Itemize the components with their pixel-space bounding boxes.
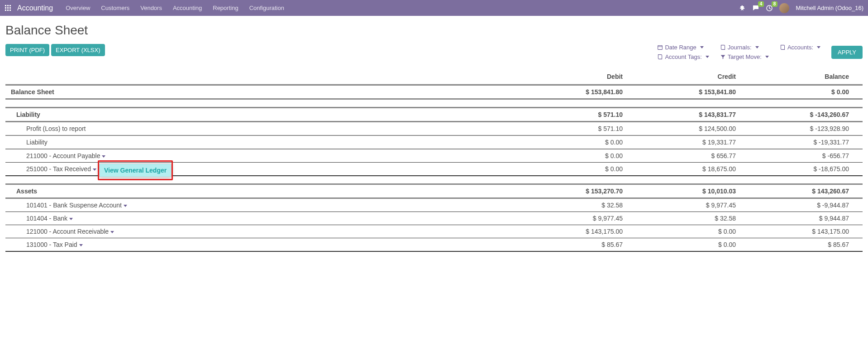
cell-debit: $ 571.10	[555, 108, 636, 121]
svg-rect-8	[10, 10, 11, 11]
filter-target-move[interactable]: Target Move:	[720, 53, 769, 60]
svg-rect-10	[658, 45, 663, 49]
row-label: 211000 - Account Payable	[26, 152, 100, 159]
cell-credit: $ 10,010.03	[636, 185, 749, 197]
apps-icon[interactable]	[5, 5, 12, 12]
chevron-down-icon	[706, 56, 709, 58]
apply-button[interactable]: APPLY	[831, 46, 863, 59]
filter-accounts-label: Accounts:	[787, 44, 813, 51]
cell-balance: $ 9,944.87	[749, 212, 863, 225]
row-dropdown-menu: View General Ledger	[99, 164, 172, 177]
nav-link-configuration[interactable]: Configuration	[245, 2, 289, 14]
chevron-down-icon[interactable]	[69, 218, 73, 220]
activity-icon[interactable]: 8	[766, 5, 773, 12]
report-row[interactable]: 211000 - Account Payable$ 0.00$ 656.77$ …	[5, 149, 863, 163]
row-label: Liability	[16, 111, 40, 118]
svg-rect-5	[10, 7, 11, 9]
controls-left: PRINT (PDF) EXPORT (XLSX)	[5, 44, 105, 56]
avatar[interactable]	[779, 3, 789, 13]
content-area: Balance Sheet PRINT (PDF) EXPORT (XLSX) …	[0, 16, 868, 256]
svg-rect-2	[10, 5, 11, 6]
cell-debit: $ 85.67	[555, 238, 636, 251]
row-name: 251000 - Tax ReceivedView General Ledger	[5, 163, 555, 175]
calendar-icon	[657, 44, 663, 50]
cell-balance: $ 85.67	[749, 238, 863, 251]
export-xlsx-button[interactable]: EXPORT (XLSX)	[51, 44, 105, 56]
bug-icon[interactable]	[739, 5, 746, 12]
report-row[interactable]: 101404 - Bank$ 9,977.45$ 32.58$ 9,944.87	[5, 212, 863, 225]
cell-credit: $ 9,977.45	[636, 199, 749, 212]
chevron-down-icon[interactable]	[79, 244, 83, 246]
app-brand[interactable]: Accounting	[17, 4, 53, 12]
report-row[interactable]: 251000 - Tax ReceivedView General Ledger…	[5, 163, 863, 176]
cell-credit: $ 0.00	[636, 238, 749, 251]
svg-rect-6	[5, 10, 6, 11]
row-label: 101404 - Bank	[26, 215, 67, 222]
print-pdf-button[interactable]: PRINT (PDF)	[5, 44, 49, 56]
cell-balance: $ 143,260.67	[749, 185, 863, 197]
book-icon	[657, 54, 663, 60]
report-table: Debit Credit Balance Balance Sheet$ 153,…	[5, 69, 863, 252]
cell-credit: $ 18,675.00	[636, 163, 749, 175]
filter-accounts[interactable]: Accounts:	[780, 44, 820, 51]
cell-debit: $ 153,270.70	[555, 185, 636, 197]
cell-debit: $ 153,841.80	[555, 86, 636, 98]
chevron-down-icon[interactable]	[124, 205, 127, 207]
chevron-down-icon[interactable]	[110, 231, 114, 233]
nav-link-customers[interactable]: Customers	[96, 2, 134, 14]
row-name: 101401 - Bank Suspense Account	[5, 199, 555, 212]
view-general-ledger-item[interactable]: View General Ledger	[100, 164, 171, 177]
svg-rect-1	[7, 5, 9, 6]
row-name: Profit (Loss) to report	[5, 122, 555, 135]
chevron-down-icon	[817, 46, 820, 48]
report-row: Balance Sheet$ 153,841.80$ 153,841.80$ 0…	[5, 84, 863, 100]
row-label: 131000 - Tax Paid	[26, 241, 77, 248]
row-label: 101401 - Bank Suspense Account	[26, 202, 122, 209]
row-label: Balance Sheet	[11, 88, 54, 96]
row-name: Liability	[5, 108, 555, 121]
cell-balance: $ 0.00	[749, 86, 863, 98]
cell-credit: $ 153,841.80	[636, 86, 749, 98]
controls-right: Date Range Journals: Accounts: APPLY Acc…	[657, 44, 863, 60]
report-rows: Balance Sheet$ 153,841.80$ 153,841.80$ 0…	[5, 84, 863, 252]
col-balance-header: Balance	[749, 73, 863, 80]
report-header: Debit Credit Balance	[5, 69, 863, 84]
cell-debit: $ 0.00	[555, 163, 636, 175]
cell-debit: $ 0.00	[555, 136, 636, 149]
filter-date-range-label: Date Range	[665, 44, 696, 51]
row-label: Liability	[26, 139, 48, 146]
report-row[interactable]: 121000 - Account Receivable$ 143,175.00$…	[5, 225, 863, 238]
row-name: 131000 - Tax Paid	[5, 238, 555, 251]
chevron-down-icon	[765, 56, 769, 58]
messages-icon[interactable]: 4	[752, 5, 759, 12]
filter-journals-label: Journals:	[728, 44, 752, 51]
chevron-down-icon[interactable]	[93, 168, 96, 171]
user-menu[interactable]: Mitchell Admin (Odoo_16)	[796, 5, 863, 11]
report-row: Profit (Loss) to report$ 571.10$ 124,500…	[5, 122, 863, 136]
row-name: 101404 - Bank	[5, 212, 555, 225]
chevron-down-icon[interactable]	[102, 155, 105, 158]
filter-journals[interactable]: Journals:	[720, 44, 769, 51]
nav-link-accounting[interactable]: Accounting	[168, 2, 206, 14]
filter-account-tags[interactable]: Account Tags:	[657, 53, 709, 60]
svg-rect-4	[7, 7, 9, 9]
controls-row: PRINT (PDF) EXPORT (XLSX) Date Range Jou…	[5, 44, 863, 60]
nav-link-vendors[interactable]: Vendors	[136, 2, 167, 14]
report-row[interactable]: 131000 - Tax Paid$ 85.67$ 0.00$ 85.67	[5, 238, 863, 252]
messages-badge: 4	[758, 1, 764, 7]
filter-date-range[interactable]: Date Range	[657, 44, 709, 51]
nav-link-overview[interactable]: Overview	[61, 2, 95, 14]
svg-rect-7	[7, 10, 9, 11]
row-name: 211000 - Account Payable	[5, 149, 555, 162]
row-label: 121000 - Account Receivable	[26, 228, 109, 235]
report-row[interactable]: 101401 - Bank Suspense Account$ 32.58$ 9…	[5, 199, 863, 212]
activity-badge: 8	[772, 1, 778, 7]
svg-rect-3	[5, 7, 6, 9]
cell-credit: $ 32.58	[636, 212, 749, 225]
cell-debit: $ 0.00	[555, 149, 636, 162]
top-navbar: Accounting Overview Customers Vendors Ac…	[0, 0, 868, 16]
row-name: Balance Sheet	[5, 86, 555, 98]
filter-target-move-label: Target Move:	[728, 53, 762, 60]
nav-link-reporting[interactable]: Reporting	[208, 2, 243, 14]
row-name: Liability	[5, 136, 555, 149]
